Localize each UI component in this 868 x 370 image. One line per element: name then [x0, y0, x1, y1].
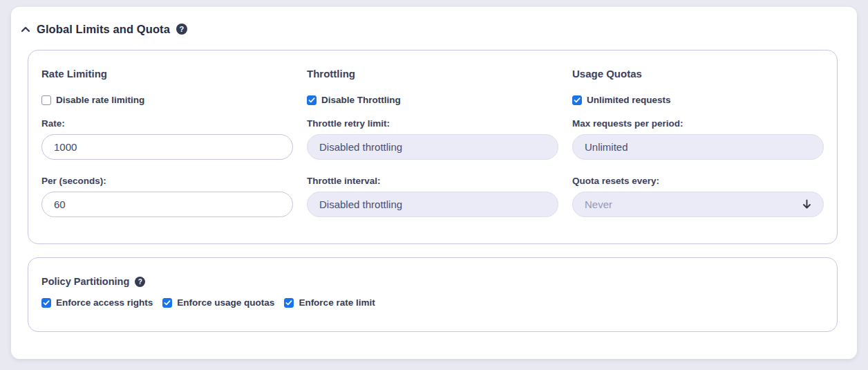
checkbox-label: Unlimited requests: [587, 94, 671, 106]
checkbox-icon[interactable]: [284, 298, 294, 308]
rate-input[interactable]: [41, 134, 293, 160]
throttle-retry-limit-label: Throttle retry limit:: [307, 118, 558, 129]
checkbox-disable-throttling[interactable]: Disable Throttling: [307, 94, 401, 106]
policy-partitioning-panel: Policy Partitioning ? Enforce access rig…: [28, 257, 838, 332]
checkbox-enforce-usage-quotas[interactable]: Enforce usage quotas: [162, 297, 274, 308]
rate-label: Rate:: [41, 118, 293, 129]
throttle-interval-label: Throttle interval:: [307, 176, 558, 187]
throttling-column: Throttling Disable Throttling Throttle r…: [307, 67, 558, 217]
checkbox-icon[interactable]: [162, 298, 172, 308]
checkbox-label: Disable Throttling: [321, 94, 401, 106]
question-circle-icon[interactable]: ?: [135, 277, 145, 287]
throttle-interval-input: [307, 192, 558, 217]
checkbox-label: Enforce rate limit: [299, 297, 375, 308]
throttle-retry-limit-input: [307, 134, 558, 160]
checkbox-enforce-rate-limit[interactable]: Enforce rate limit: [284, 297, 375, 308]
checkbox-enforce-access-rights[interactable]: Enforce access rights: [41, 297, 153, 308]
checkbox-icon[interactable]: [41, 95, 51, 105]
quota-resets-select[interactable]: Never: [572, 192, 824, 217]
per-seconds-input[interactable]: [41, 192, 293, 217]
checkbox-label: Enforce usage quotas: [177, 297, 274, 308]
checkbox-icon[interactable]: [307, 95, 317, 105]
accordion-header[interactable]: Global Limits and Quota ?: [21, 22, 838, 36]
rate-limiting-column: Rate Limiting Disable rate limiting Rate…: [41, 67, 293, 217]
checkbox-icon[interactable]: [572, 95, 582, 105]
quota-resets-label: Quota resets every:: [572, 176, 824, 187]
rate-limiting-heading: Rate Limiting: [41, 67, 293, 80]
max-requests-input: [572, 134, 824, 160]
checkbox-unlimited-requests[interactable]: Unlimited requests: [572, 94, 671, 106]
per-seconds-label: Per (seconds):: [41, 176, 293, 187]
arrow-down-icon: [802, 199, 812, 210]
select-value: Never: [585, 198, 612, 210]
checkbox-label: Disable rate limiting: [56, 94, 144, 106]
throttling-heading: Throttling: [307, 67, 558, 80]
max-requests-label: Max requests per period:: [572, 118, 824, 129]
checkbox-label: Enforce access rights: [56, 297, 153, 308]
chevron-up-icon[interactable]: [21, 26, 30, 33]
question-circle-icon[interactable]: ?: [176, 24, 187, 35]
accordion-title: Global Limits and Quota: [37, 23, 170, 36]
usage-quotas-column: Usage Quotas Unlimited requests Max requ…: [572, 67, 824, 217]
usage-quotas-heading: Usage Quotas: [572, 67, 824, 80]
global-limits-card: Global Limits and Quota ? Rate Limiting …: [11, 7, 857, 359]
limits-panel: Rate Limiting Disable rate limiting Rate…: [28, 50, 838, 244]
checkbox-icon[interactable]: [41, 298, 51, 308]
policy-partitioning-heading: Policy Partitioning: [41, 275, 129, 288]
checkbox-disable-rate-limiting[interactable]: Disable rate limiting: [41, 94, 144, 106]
